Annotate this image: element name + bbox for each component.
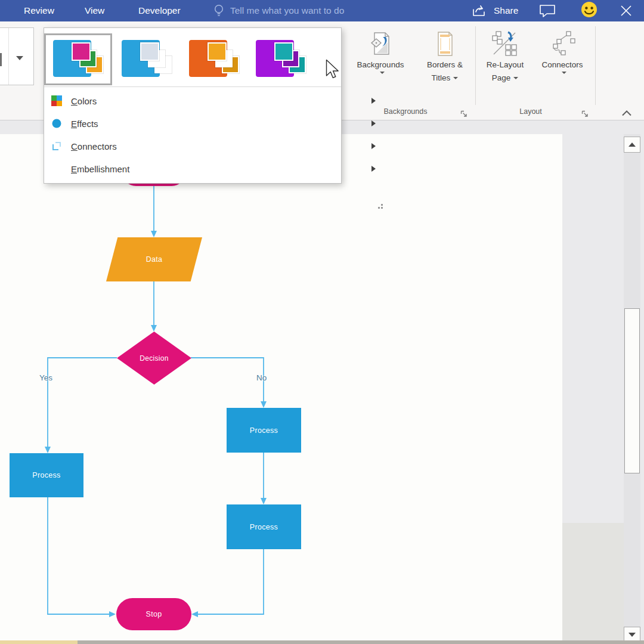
- drawing-page[interactable]: [0, 134, 562, 640]
- relayout-page-button[interactable]: Re-Layout Page: [478, 26, 532, 99]
- scroll-up-button[interactable]: [624, 137, 640, 153]
- tellme-placeholder: Tell me what you want to do: [230, 5, 344, 16]
- process-shape-right-bottom[interactable]: Process: [227, 504, 301, 549]
- variant-swatch: [274, 42, 293, 61]
- canvas-corner-panel: [562, 523, 624, 640]
- bottom-strip: [78, 640, 644, 644]
- smiley-feedback-icon[interactable]: [581, 0, 597, 21]
- submenu-arrow-icon: [371, 143, 376, 149]
- menu-item-colors[interactable]: Colors: [44, 89, 341, 112]
- close-icon[interactable]: [620, 0, 632, 21]
- variant-swatch: [140, 42, 159, 61]
- menu-item-effects[interactable]: Effects: [44, 112, 341, 135]
- collapse-ribbon-icon[interactable]: [621, 109, 632, 119]
- lightbulb-icon: [212, 0, 225, 21]
- theme-variants-popup: Colors Effects Connectors Embellishment: [44, 27, 342, 184]
- borders-titles-button[interactable]: Borders & Titles: [414, 26, 476, 99]
- menu-item-label: Connectors: [71, 141, 117, 151]
- process-shape-left[interactable]: Process: [10, 453, 83, 497]
- tab-developer[interactable]: Developer: [138, 0, 181, 21]
- menu-item-connectors[interactable]: Connectors: [44, 135, 341, 157]
- group-label-layout: Layout: [478, 107, 584, 116]
- data-shape[interactable]: Data: [106, 237, 202, 281]
- stop-terminator-shape[interactable]: Stop: [116, 598, 191, 630]
- process-label: Process: [250, 523, 278, 531]
- variant-swatch: [72, 42, 91, 61]
- edge-label-yes[interactable]: Yes: [39, 373, 52, 382]
- theme-thumb-edge: [0, 53, 2, 66]
- backgrounds-button[interactable]: Backgrounds: [347, 26, 414, 99]
- tab-review-label: Review: [24, 5, 54, 16]
- group-separator: [595, 26, 596, 105]
- scroll-down-icon: [628, 633, 636, 637]
- gallery-divider: [8, 28, 9, 85]
- stop-shape-label: Stop: [146, 610, 162, 618]
- tab-review[interactable]: Review: [24, 0, 54, 21]
- backgrounds-dialog-launcher-icon[interactable]: [460, 109, 467, 120]
- dropdown-caret-icon: [513, 77, 518, 79]
- process-label: Process: [32, 471, 60, 479]
- menu-item-label: Embellishment: [71, 164, 129, 174]
- process-shape-right-top[interactable]: Process: [227, 408, 301, 453]
- borders-titles-icon: [434, 30, 456, 58]
- group-separator: [475, 26, 476, 105]
- menu-item-label: Effects: [71, 119, 98, 129]
- tellme-box[interactable]: Tell me what you want to do: [230, 0, 344, 21]
- connectors-button[interactable]: Connectors: [532, 26, 592, 99]
- edge-label-no[interactable]: No: [256, 373, 267, 382]
- menu-item-embellishment[interactable]: Embellishment: [44, 157, 341, 180]
- connectors-caret: [559, 72, 566, 74]
- borders-titles-label-2: Titles: [432, 72, 459, 85]
- process-label: Process: [250, 426, 278, 435]
- backgrounds-label: Backgrounds: [357, 58, 404, 72]
- menu-item-label: Colors: [71, 96, 97, 106]
- submenu-arrow-icon: [371, 98, 376, 104]
- drawing-canvas: [0, 120, 644, 640]
- menu-resize-grip[interactable]: [376, 202, 383, 209]
- dropdown-caret-icon: [380, 72, 385, 74]
- tab-developer-label: Developer: [138, 5, 181, 16]
- backgrounds-caret: [377, 72, 385, 74]
- comments-icon[interactable]: [538, 0, 556, 21]
- variant-thumb-1[interactable]: [53, 39, 103, 79]
- bottom-strip-accent: [0, 640, 78, 644]
- layout-dialog-launcher-icon[interactable]: [581, 109, 589, 120]
- scroll-up-icon: [628, 143, 636, 147]
- decision-shape-label: Decision: [140, 354, 168, 363]
- variant-thumb-4[interactable]: [256, 39, 306, 79]
- borders-titles-label-1: Borders &: [427, 58, 463, 72]
- relayout-page-icon: [491, 30, 519, 58]
- vertical-scrollbar-thumb[interactable]: [624, 308, 640, 473]
- visio-window: Review View Developer Tell me what you w…: [0, 0, 644, 644]
- variant-thumb-2[interactable]: [122, 39, 172, 79]
- relayout-label-1: Re-Layout: [487, 58, 524, 72]
- connectors-label: Connectors: [541, 58, 583, 72]
- relayout-label-2: Page: [492, 72, 519, 85]
- title-bar: Review View Developer Tell me what you w…: [0, 0, 644, 21]
- submenu-arrow-icon: [371, 120, 376, 126]
- share-label: Share: [494, 5, 518, 16]
- themes-gallery-stub: [0, 27, 34, 85]
- group-label-backgrounds: Backgrounds: [347, 107, 464, 116]
- tab-view-label: View: [85, 5, 104, 16]
- submenu-arrow-icon: [371, 166, 376, 172]
- share-icon: [471, 0, 488, 21]
- variant-swatch: [208, 42, 227, 61]
- backgrounds-icon: [369, 30, 392, 58]
- share-button[interactable]: Share: [494, 0, 518, 21]
- variants-gallery: [44, 28, 341, 87]
- data-shape-label: Data: [146, 255, 163, 264]
- colors-grid-icon: [50, 95, 63, 106]
- gallery-more-arrow-icon[interactable]: [16, 56, 23, 60]
- tab-view[interactable]: View: [85, 0, 104, 21]
- variants-dropdown-menu: Colors Effects Connectors Embellishment: [44, 87, 341, 183]
- variant-thumb-3[interactable]: [189, 39, 239, 79]
- effects-circle-icon: [50, 118, 63, 129]
- dropdown-caret-icon: [562, 72, 566, 74]
- connectors-bracket-icon: [50, 141, 63, 151]
- connectors-ribbon-icon: [549, 30, 575, 58]
- dropdown-caret-icon: [453, 77, 458, 79]
